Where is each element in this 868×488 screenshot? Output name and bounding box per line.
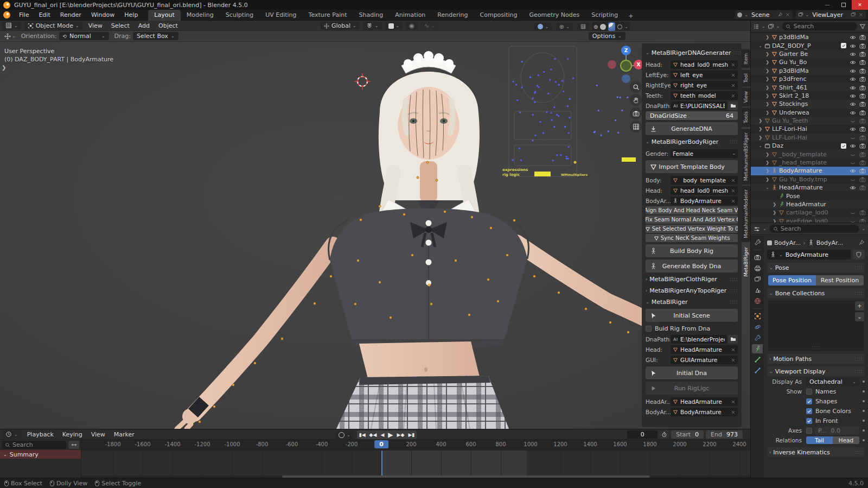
outliner-row-shirt-461[interactable]: ❯Shirt_461 (751, 83, 868, 91)
riger-field-gui-value[interactable]: GUIArmature (671, 356, 738, 364)
menu-window[interactable]: Window (86, 10, 119, 21)
outliner-row-p3dfrenc[interactable]: ❯p3dFrenc (751, 75, 868, 83)
camera-visibility-icon[interactable] (859, 159, 866, 166)
properties-tab-bone-constraint[interactable] (752, 366, 763, 375)
axes-position-field[interactable]: P... 0.0 (815, 427, 859, 435)
outliner-row--body-template[interactable]: ❯_body_template (751, 150, 868, 158)
outliner-row-gu-yu-teeth[interactable]: ❯Gu Yu_Teeth (751, 117, 868, 125)
play-button[interactable]: ▶ (388, 431, 393, 439)
panel-dna-generator[interactable]: ⌄MetaBlRigerDNAGenerater:::: (646, 48, 738, 58)
summary-channel[interactable]: ⌄Summary (0, 450, 81, 459)
bone-collections-list[interactable]: + ⌄ :::: (768, 300, 864, 351)
outliner-row-stockings[interactable]: ❯Stockings (751, 100, 868, 108)
timeline-editor-type-button[interactable]: ⌄ (2, 430, 21, 439)
import-template-body-button[interactable]: Import Template Body (646, 160, 738, 173)
viewport-menu-select[interactable]: Select (107, 22, 134, 29)
shading-solid-icon[interactable] (600, 24, 606, 30)
properties-tab-object[interactable] (752, 312, 763, 321)
pose-panel-header[interactable]: ⌄Pose:::: (767, 263, 865, 272)
camera-visibility-icon[interactable] (859, 100, 866, 107)
dna-field-lefteye-value[interactable]: left_eye (671, 71, 738, 79)
display-as-dropdown[interactable]: Octahedral⌄ (806, 378, 859, 386)
clear-icon[interactable] (731, 398, 736, 405)
outliner-row-underwea[interactable]: ❯Underwea (751, 109, 868, 117)
open-folder-button[interactable] (728, 102, 738, 110)
proportional-falloff-dropdown[interactable]: ◉ (406, 22, 418, 30)
proportional-editing-toggle[interactable]: ⌄ (385, 22, 403, 30)
workspace-tab-layout[interactable]: Layout (148, 10, 180, 21)
camera-visibility-icon[interactable] (859, 142, 866, 149)
generate-body-dna-button[interactable]: Generate Body Dna (646, 259, 738, 272)
clear-icon[interactable] (731, 187, 736, 194)
outliner-row-cartilage-lod0[interactable]: ❯cartilage_lod0 (751, 208, 868, 217)
initial-scene-button[interactable]: Initial Scene (646, 309, 738, 322)
filter-icon[interactable] (859, 23, 866, 30)
eye-open-icon[interactable] (850, 84, 856, 91)
eye-open-icon[interactable] (850, 75, 856, 83)
workspace-tab-scripting[interactable]: Scripting (585, 10, 624, 21)
breadcrumb-data[interactable]: BodyAr... (816, 239, 843, 246)
op-button-2[interactable]: Set Selected Vertex Weight To 0 (646, 225, 738, 233)
pan-tool-button[interactable] (630, 94, 642, 106)
display-mode-icon[interactable] (753, 23, 760, 30)
properties-tab-data[interactable] (752, 344, 763, 353)
timeline-tracks[interactable] (81, 451, 750, 476)
checkbox-shapes[interactable] (806, 398, 812, 404)
sidebar-tab-metablriger[interactable]: MetaBlRiger (742, 243, 750, 281)
gender-dropdown[interactable]: Female⌄ (671, 149, 738, 158)
body-field-bodyar-value[interactable]: BodyArmature (671, 197, 738, 205)
timeline-menu-playback[interactable]: Playback (23, 431, 58, 438)
outliner-row-gu-yu-bo[interactable]: ❯Gu Yu_Bo (751, 58, 868, 66)
close-button[interactable]: ✕ (852, 0, 868, 10)
frame-start-field[interactable]: Start0 (671, 430, 704, 439)
properties-tab-constraints[interactable] (752, 333, 763, 343)
timeline-menu-keying[interactable]: Keying (58, 431, 87, 438)
clear-icon[interactable] (731, 197, 736, 204)
eye-closed-icon[interactable] (850, 134, 856, 141)
motion-paths-header[interactable]: ›Motion Paths:::: (767, 354, 865, 364)
panel-metablrigerclothriger[interactable]: ›MetaBlRigerClothRiger:::: (646, 275, 738, 284)
add-collection-button[interactable]: + (855, 301, 864, 310)
camera-visibility-icon[interactable] (859, 75, 866, 83)
camera-visibility-icon[interactable] (859, 34, 866, 41)
filter-toggle-button[interactable] (68, 441, 79, 449)
editor-type-button[interactable]: ⌄ (2, 22, 21, 30)
outliner-row-p3dbldma[interactable]: ❯p3dBldMa (751, 67, 868, 75)
op-button-1[interactable]: Fix Seam Normal And Add Vertex C... (646, 216, 738, 224)
next-keyframe-button[interactable]: ▶◆ (397, 432, 405, 438)
eye-open-icon[interactable] (850, 50, 856, 58)
fake-user-button[interactable] (853, 250, 865, 259)
sidebar-tab-tools[interactable]: Tools (742, 107, 750, 127)
axes-checkbox[interactable] (806, 428, 812, 434)
camera-visibility-icon[interactable] (859, 117, 866, 124)
camera-view-button[interactable] (630, 107, 642, 119)
build-rig-from-dna-checkbox[interactable] (646, 326, 652, 332)
prev-keyframe-button[interactable]: ◆◀ (369, 432, 377, 438)
eye-open-icon[interactable] (850, 125, 856, 132)
camera-visibility-icon[interactable] (859, 42, 866, 49)
menu-help[interactable]: Help (119, 10, 143, 21)
clear-icon[interactable] (731, 356, 736, 363)
outliner-search-input[interactable]: Search (782, 22, 857, 30)
eye-open-icon[interactable] (850, 109, 856, 116)
camera-visibility-icon[interactable] (859, 184, 866, 191)
gizmo-neg-z-axis[interactable] (622, 74, 630, 83)
options-button[interactable]: Options⌄ (589, 32, 626, 40)
eye-open-icon[interactable] (850, 34, 856, 41)
eye-closed-icon[interactable] (850, 159, 856, 166)
clear-icon[interactable] (731, 176, 736, 183)
panel-metablriger[interactable]: ⌄MetaBlRiger:::: (646, 297, 738, 307)
build-body-rig-button[interactable]: Build Body Rig (646, 244, 738, 257)
sidebar-tab-view[interactable]: View (742, 87, 750, 106)
current-frame-field[interactable]: 0 (627, 430, 658, 439)
properties-tab-bone[interactable] (752, 355, 763, 364)
outliner-row-headarmatur[interactable]: ❯HeadArmatur (751, 200, 868, 208)
collection-checkbox[interactable] (841, 43, 846, 48)
viewport-canvas[interactable]: User Perspective (0) DAZ_BODY_PART | Bod… (0, 42, 750, 429)
outliner-row-llf-lori-hai[interactable]: ❯LLF-Lori-Hai (751, 125, 868, 133)
eye-closed-icon[interactable] (850, 151, 856, 158)
riger-field-bodyar-value[interactable]: BodyArmature (671, 408, 738, 416)
workspace-tab-geometry-nodes[interactable]: Geometry Nodes (523, 10, 585, 21)
workspace-tab-texture-paint[interactable]: Texture Paint (303, 10, 353, 21)
transform-orientation-dropdown[interactable]: Global⌄ (321, 22, 360, 30)
